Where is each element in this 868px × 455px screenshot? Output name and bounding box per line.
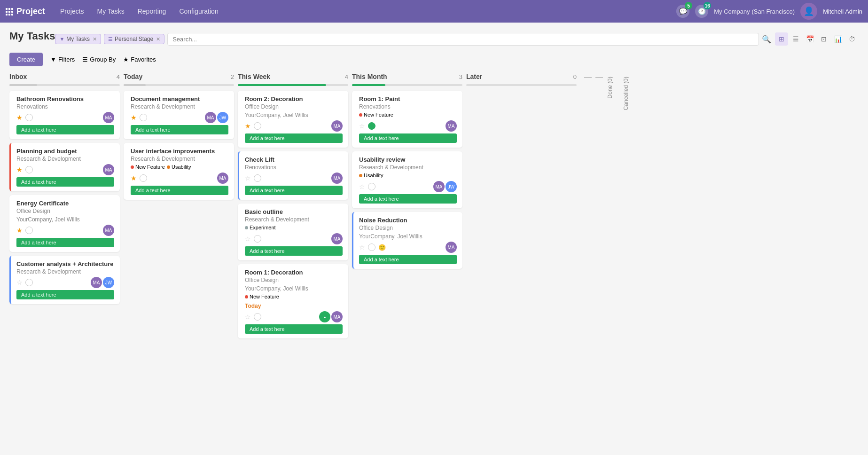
view-activity[interactable]: ⏱ [845, 32, 859, 46]
user-avatar[interactable]: 👤 [800, 3, 817, 20]
card-footer: ☆ 🙂 MA [359, 242, 457, 253]
card-tags: New Feature [245, 294, 343, 299]
card-title: Basic outline [245, 208, 343, 215]
favorites-action[interactable]: ★ Favorites [123, 56, 156, 63]
company-name: My Company (San Francisco) [714, 8, 795, 15]
column-inbox: Inbox 4 Bathroom Renovations Renovations… [9, 73, 120, 308]
add-text-button[interactable]: Add a text here [245, 186, 343, 195]
star-icon[interactable]: ☆ [245, 174, 251, 182]
card-title: Usability review [359, 156, 457, 163]
column-this-month: This Month 3 Room 1: Paint Renovations N… [352, 73, 462, 273]
card-basic-outline: Basic outline Research & Development Exp… [238, 204, 348, 260]
add-text-button[interactable]: Add a text here [16, 125, 114, 134]
star-icon[interactable]: ☆ [245, 235, 251, 243]
search-button[interactable]: 🔍 [762, 35, 771, 44]
messages-notif[interactable]: 💬 5 [676, 5, 689, 18]
col-count-inbox: 4 [117, 73, 120, 80]
star-icon[interactable]: ★ [16, 166, 23, 173]
cancelled-label: Cancelled (0) [623, 77, 629, 110]
create-button[interactable]: Create [9, 53, 43, 66]
status-circle[interactable] [368, 243, 375, 251]
user-name: Mitchell Admin [823, 8, 862, 15]
filter-personal-stage[interactable]: ☰ Personal Stage ✕ [104, 34, 164, 44]
filters-action[interactable]: ▼ Filters [50, 56, 75, 63]
filter-my-tasks-close[interactable]: ✕ [93, 36, 97, 42]
status-circle[interactable] [25, 114, 33, 121]
add-text-button[interactable]: Add a text here [16, 177, 114, 187]
fold-right-btn[interactable]: — [595, 73, 603, 81]
avatar: MA [103, 225, 114, 236]
add-text-button[interactable]: Add a text here [131, 125, 228, 134]
status-circle[interactable] [140, 114, 147, 121]
view-calendar[interactable]: 📅 [803, 32, 816, 46]
star-icon[interactable]: ☆ [359, 122, 365, 130]
avatar: MA [103, 112, 114, 123]
status-circle[interactable] [254, 174, 261, 182]
nav-configuration[interactable]: Configuration [173, 5, 224, 18]
nav-reporting[interactable]: Reporting [132, 5, 172, 18]
col-count-this-week: 4 [345, 73, 348, 80]
card-sub1: Renovations [16, 103, 114, 110]
card-footer: ☆ MA JW [16, 277, 114, 288]
filter-my-tasks[interactable]: ▼ My Tasks ✕ [55, 34, 101, 44]
card-sub1: Office Design [245, 103, 343, 110]
star-icon[interactable]: ☆ [16, 279, 23, 286]
add-text-button[interactable]: Add a text here [16, 238, 114, 247]
status-circle[interactable] [368, 183, 375, 190]
groupby-action[interactable]: ☰ Group By [82, 56, 116, 63]
card-footer: ★ MA [131, 173, 228, 184]
search-input[interactable] [167, 33, 759, 46]
view-kanban[interactable]: ⊞ [775, 32, 788, 46]
card-actions: ☆ [245, 313, 261, 321]
star-icon[interactable]: ★ [131, 174, 137, 182]
star-icon[interactable]: ☆ [245, 313, 251, 321]
card-avatars: MA [331, 120, 343, 132]
card-footer: ★ MA [16, 225, 114, 236]
status-circle[interactable] [25, 279, 33, 286]
star-icon[interactable]: ★ [245, 122, 251, 130]
card-title: User interface improvements [131, 148, 228, 155]
card-footer: ★ MA [16, 112, 114, 123]
col-count-later: 0 [573, 73, 577, 80]
card-energy-certificate: Energy Certificate Office Design YourCom… [9, 195, 120, 252]
nav-my-tasks[interactable]: My Tasks [92, 5, 130, 18]
status-circle[interactable] [140, 174, 147, 182]
view-chart[interactable]: 📊 [831, 32, 845, 46]
star-icon[interactable]: ☆ [359, 243, 365, 251]
star-icon[interactable]: ★ [16, 227, 23, 234]
status-circle[interactable] [254, 235, 261, 243]
add-text-button[interactable]: Add a text here [359, 255, 457, 264]
add-text-button[interactable]: Add a text here [16, 290, 114, 299]
add-text-button[interactable]: Add a text here [245, 246, 343, 256]
status-circle[interactable] [25, 166, 33, 173]
main-content: My Tasks ▼ My Tasks ✕ ☰ Personal Stage ✕… [0, 23, 868, 350]
star-icon[interactable]: ☆ [359, 183, 365, 190]
fold-left-btn[interactable]: — [584, 73, 592, 81]
top-navigation: Project Projects My Tasks Reporting Conf… [0, 0, 868, 23]
add-text-button[interactable]: Add a text here [131, 186, 228, 195]
clock-notif[interactable]: 🕐 16 [695, 5, 708, 18]
add-text-button[interactable]: Add a text here [245, 133, 343, 143]
card-title: Bathroom Renovations [16, 95, 114, 102]
star-icon[interactable]: ★ [16, 114, 23, 121]
filter-personal-stage-label: Personal Stage [115, 36, 153, 42]
status-circle-green[interactable] [368, 122, 375, 130]
star-icon[interactable]: ★ [131, 114, 137, 121]
nav-projects[interactable]: Projects [55, 5, 90, 18]
add-text-button[interactable]: Add a text here [359, 194, 457, 204]
card-actions: ☆ [359, 122, 375, 130]
filter-personal-stage-close[interactable]: ✕ [156, 36, 160, 42]
add-text-button[interactable]: Add a text here [245, 324, 343, 334]
status-circle[interactable] [254, 313, 261, 321]
view-grid[interactable]: ⊡ [817, 32, 830, 46]
status-circle[interactable] [25, 227, 33, 234]
tag-new-feature: New Feature [245, 294, 279, 299]
add-text-button[interactable]: Add a text here [359, 133, 457, 143]
card-document-management: Document management Research & Developme… [124, 91, 234, 139]
status-circle[interactable] [254, 122, 261, 130]
col-progress-this-week [238, 84, 348, 86]
col-title-later: Later [466, 73, 482, 80]
card-room1-paint: Room 1: Paint Renovations New Feature ☆ … [352, 91, 462, 148]
app-logo[interactable]: Project [6, 7, 45, 16]
view-list[interactable]: ☰ [789, 32, 802, 46]
